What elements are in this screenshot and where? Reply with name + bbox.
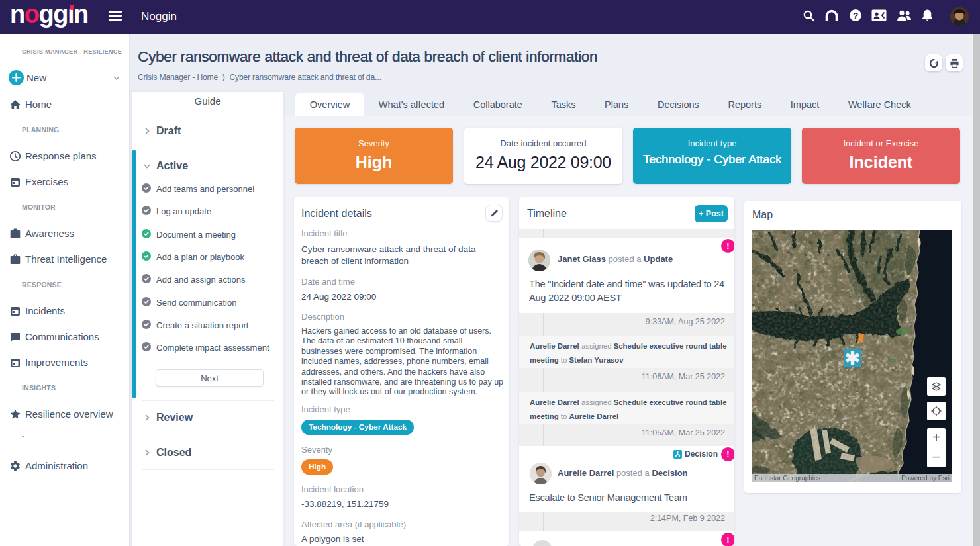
- svg-text:?: ?: [852, 11, 858, 21]
